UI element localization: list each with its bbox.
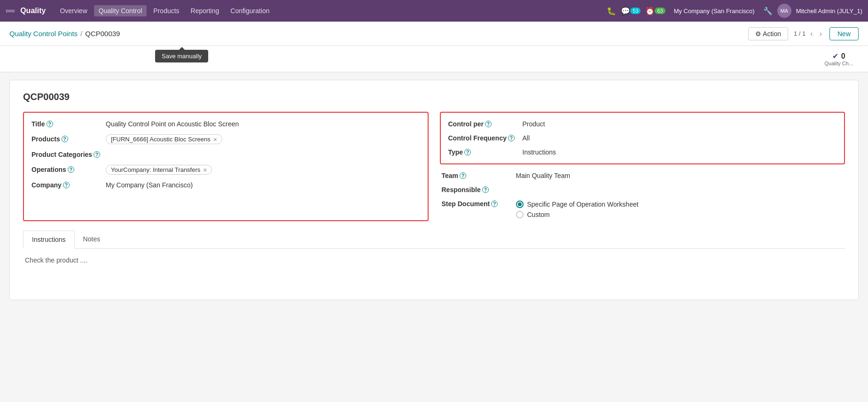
company-field-row: Company ? My Company (San Francisco) — [31, 181, 420, 189]
activity-icon[interactable]: ⏰ 63 — [645, 7, 665, 15]
team-field-row: Team ? Main Quality Team — [442, 172, 844, 179]
title-field-row: Title ? Quality Control Point on Acousti… — [31, 120, 420, 128]
products-tag: [FURN_6666] Acoustic Bloc Screens × — [106, 134, 222, 144]
step-doc-option1-row[interactable]: Specific Page of Operation Worksheet — [516, 201, 844, 208]
form-card: QCP00039 Title ? Quality Control Point o… — [9, 80, 859, 300]
step-doc-option2-label: Custom — [527, 211, 550, 218]
step-doc-option2-radio[interactable] — [516, 211, 524, 218]
settings-icon[interactable]: 🔧 — [763, 7, 773, 15]
products-field-row: Products ? [FURN_6666] Acoustic Bloc Scr… — [31, 134, 420, 144]
app-brand[interactable]: Quality — [20, 7, 46, 15]
save-tooltip[interactable]: Save manually — [155, 50, 208, 62]
quality-checks-stat[interactable]: ✔ 0 Quality Ch... — [819, 50, 859, 68]
type-value[interactable]: Instructions — [523, 148, 837, 156]
control-per-help-icon[interactable]: ? — [485, 121, 492, 127]
grid-icon[interactable]: ▫▫▫ — [6, 6, 15, 16]
title-value[interactable]: Quality Control Point on Acoustic Bloc S… — [106, 120, 420, 128]
company-name[interactable]: My Company (San Francisco) — [674, 8, 755, 15]
step-document-options: Specific Page of Operation Worksheet Cus… — [516, 201, 844, 221]
product-categories-label: Product Categories ? — [31, 151, 102, 158]
nav-configuration[interactable]: Configuration — [226, 5, 274, 16]
control-frequency-value[interactable]: All — [523, 134, 837, 142]
activity-badge: 63 — [655, 8, 665, 14]
step-doc-option2-row[interactable]: Custom — [516, 211, 844, 218]
record-title: QCP00039 — [23, 92, 845, 102]
type-field-row: Type ? Instructions — [448, 148, 837, 156]
pagination-next[interactable]: › — [818, 29, 824, 39]
products-tag-label: [FURN_6666] Acoustic Bloc Screens — [111, 136, 211, 143]
responsible-field-row: Responsible ? — [442, 186, 844, 193]
instructions-text: Check the product .... — [25, 256, 87, 264]
products-help-icon[interactable]: ? — [62, 136, 68, 142]
nav-overview[interactable]: Overview — [55, 5, 92, 16]
action-button[interactable]: ⚙ Action — [748, 27, 788, 40]
avatar[interactable]: MA — [777, 4, 791, 18]
product-categories-field-row: Product Categories ? — [31, 151, 420, 158]
username[interactable]: Mitchell Admin (JULY_1) — [796, 8, 862, 15]
checkmark-icon: ✔ — [832, 52, 838, 61]
control-per-value[interactable]: Product — [523, 120, 837, 128]
team-value[interactable]: Main Quality Team — [516, 172, 844, 179]
tabs-bar: Instructions Notes — [23, 231, 845, 249]
breadcrumb-parent[interactable]: Quality Control Points — [9, 30, 78, 38]
chat-badge: 53 — [630, 8, 641, 14]
operations-help-icon[interactable]: ? — [68, 166, 74, 173]
products-label: Products ? — [31, 135, 102, 143]
operations-tag-remove[interactable]: × — [203, 167, 207, 173]
operations-tag: YourCompany: Internal Transfers × — [106, 165, 212, 175]
chat-icon[interactable]: 💬 53 — [621, 7, 641, 15]
breadcrumb-bar: Quality Control Points / QCP00039 ⚙ Acti… — [0, 22, 868, 46]
step-doc-option1-radio[interactable] — [516, 201, 524, 208]
control-per-label: Control per ? — [448, 120, 519, 128]
type-help-icon[interactable]: ? — [464, 149, 471, 155]
nav-reporting[interactable]: Reporting — [186, 5, 224, 16]
pagination-prev[interactable]: ‹ — [808, 29, 814, 39]
operations-field-row: Operations ? YourCompany: Internal Trans… — [31, 165, 420, 175]
stat-bar: ✔ 0 Quality Ch... — [0, 46, 868, 72]
tab-instructions[interactable]: Instructions — [23, 231, 75, 249]
products-tag-remove[interactable]: × — [213, 136, 217, 143]
main-content: QCP00039 Title ? Quality Control Point o… — [0, 80, 868, 402]
pagination-count: 1 / 1 — [794, 30, 805, 37]
stat-count: 0 — [841, 52, 845, 61]
right-section: Control per ? Product Control Frequency … — [440, 112, 845, 221]
breadcrumb-current: QCP00039 — [85, 30, 120, 38]
breadcrumb-actions: ⚙ Action 1 / 1 ‹ › New — [748, 27, 859, 40]
left-section: Title ? Quality Control Point on Acousti… — [23, 112, 429, 221]
step-document-help-icon[interactable]: ? — [491, 201, 498, 207]
step-document-field-row: Step Document ? Specific Page of Operati… — [442, 200, 844, 221]
team-label: Team ? — [442, 172, 512, 179]
control-frequency-help-icon[interactable]: ? — [508, 135, 515, 141]
control-frequency-label: Control Frequency ? — [448, 134, 519, 142]
title-label: Title ? — [31, 120, 102, 128]
tab-notes[interactable]: Notes — [75, 231, 109, 249]
breadcrumb: Quality Control Points / QCP00039 — [9, 30, 120, 38]
products-value: [FURN_6666] Acoustic Bloc Screens × — [106, 134, 420, 144]
type-label: Type ? — [448, 148, 519, 156]
right-top-section: Control per ? Product Control Frequency … — [440, 112, 845, 164]
company-help-icon[interactable]: ? — [63, 182, 70, 188]
operations-value: YourCompany: Internal Transfers × — [106, 165, 420, 175]
responsible-help-icon[interactable]: ? — [482, 186, 489, 193]
team-help-icon[interactable]: ? — [460, 172, 466, 179]
operations-tag-label: YourCompany: Internal Transfers — [111, 166, 200, 173]
step-doc-option1-label: Specific Page of Operation Worksheet — [527, 201, 639, 208]
top-navigation: ▫▫▫ Quality Overview Quality Control Pro… — [0, 0, 868, 22]
control-per-field-row: Control per ? Product — [448, 120, 837, 128]
tab-content-instructions: Check the product .... — [23, 249, 845, 286]
company-value[interactable]: My Company (San Francisco) — [106, 181, 420, 189]
form-row: Title ? Quality Control Point on Acousti… — [23, 112, 845, 221]
new-button[interactable]: New — [829, 27, 859, 40]
bug-icon[interactable]: 🐛 — [607, 7, 616, 15]
title-help-icon[interactable]: ? — [47, 121, 53, 127]
stat-label: Quality Ch... — [824, 61, 853, 66]
operations-label: Operations ? — [31, 166, 102, 173]
nav-quality-control[interactable]: Quality Control — [94, 5, 147, 16]
right-bottom-section: Team ? Main Quality Team Responsible ? — [440, 172, 845, 221]
pagination: 1 / 1 ‹ › — [794, 29, 824, 39]
product-categories-help-icon[interactable]: ? — [94, 151, 100, 158]
responsible-label: Responsible ? — [442, 186, 512, 193]
step-document-label: Step Document ? — [442, 200, 512, 208]
nav-products[interactable]: Products — [149, 5, 184, 16]
company-label: Company ? — [31, 181, 102, 189]
